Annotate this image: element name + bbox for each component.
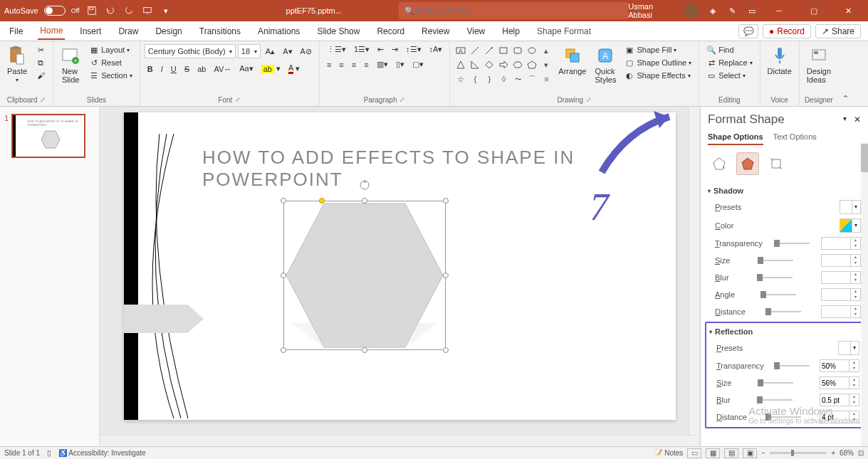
redo-button[interactable] — [122, 4, 135, 17]
shape-triangle-icon[interactable] — [454, 58, 467, 71]
shadow-size-input[interactable] — [822, 257, 850, 265]
tab-record[interactable]: Record — [375, 23, 407, 39]
replace-button[interactable]: ⇄Replace▾ — [704, 57, 755, 68]
minimize-button[interactable]: ─ — [765, 0, 793, 21]
reflection-section-header[interactable]: ▾Reflection — [709, 325, 859, 339]
pane-icon-effects[interactable] — [736, 152, 759, 175]
shadow-angle-input[interactable] — [822, 291, 850, 299]
pane-tab-shape-options[interactable]: Shape Options — [708, 132, 763, 145]
shadow-text-button[interactable]: ab — [194, 64, 209, 74]
shape-hexagon-icon[interactable] — [511, 58, 524, 71]
shapes-gallery[interactable]: A ▴ ▾ ☆ { } ◊ ⤳ ⌒ ≡ — [454, 44, 553, 85]
save-icon[interactable] — [85, 4, 98, 17]
handle-e[interactable] — [443, 273, 449, 278]
clear-formatting-button[interactable]: A⊘ — [298, 46, 315, 57]
bullets-button[interactable]: ⋮☰▾ — [324, 44, 349, 55]
reflection-blur-spin[interactable]: ▴▾ — [820, 394, 859, 406]
search-input[interactable] — [414, 6, 622, 16]
reflection-distance-slider[interactable] — [765, 416, 801, 418]
shape-brace-left-icon[interactable]: { — [469, 73, 481, 85]
shape-fill-button[interactable]: ▣Shape Fill▾ — [622, 44, 694, 56]
reflection-presets-combo[interactable]: ▾ — [838, 341, 859, 355]
tab-draw[interactable]: Draw — [116, 23, 140, 39]
dictate-button[interactable]: Dictate — [765, 44, 795, 77]
slide-editor[interactable]: HOW TO ADD EFFECTS TO SHAPE IN POWERPOIN… — [100, 107, 700, 446]
paragraph-launcher[interactable]: ⤢ — [399, 96, 405, 103]
shape-oval-icon[interactable] — [525, 44, 538, 57]
increase-indent-button[interactable]: ⇥ — [389, 44, 401, 55]
fit-to-window-button[interactable]: ⊡ — [858, 449, 864, 457]
present-from-start-icon[interactable] — [141, 4, 154, 17]
shadow-blur-slider[interactable] — [757, 277, 793, 278]
slide-canvas[interactable]: HOW TO ADD EFFECTS TO SHAPE IN POWERPOIN… — [124, 112, 676, 420]
underline-button[interactable]: U — [168, 64, 179, 74]
reflection-blur-input[interactable] — [820, 396, 849, 404]
align-left-button[interactable]: ≡ — [324, 60, 334, 70]
font-size-combo[interactable]: 18▾ — [238, 44, 261, 58]
autosave-toggle[interactable] — [44, 6, 66, 16]
pane-menu-icon[interactable]: ▾ — [843, 115, 847, 125]
font-color-button[interactable]: A▾ — [286, 63, 303, 75]
zoom-level[interactable]: 68% — [840, 449, 854, 457]
collapse-ribbon-icon[interactable]: ⌃ — [842, 94, 849, 103]
close-button[interactable]: ✕ — [835, 0, 862, 21]
increase-font-button[interactable]: A▴ — [263, 46, 278, 57]
share-button[interactable]: ↗Share — [815, 24, 861, 38]
italic-button[interactable]: I — [158, 64, 166, 74]
text-direction-button[interactable]: ↕A▾ — [427, 44, 446, 55]
tab-design[interactable]: Design — [153, 23, 184, 39]
shape-star-icon[interactable]: ☆ — [454, 73, 467, 85]
strikethrough-button[interactable]: S — [182, 64, 192, 74]
accessibility-status[interactable]: ♿ Accessibility: Investigate — [58, 449, 146, 457]
shape-arrow-line-icon[interactable] — [483, 44, 496, 57]
reflection-transparency-spin[interactable]: ▴▾ — [820, 359, 859, 372]
search-box[interactable]: 🔍 — [399, 2, 628, 19]
tab-insert[interactable]: Insert — [78, 23, 103, 39]
shadow-blur-spin[interactable]: ▴▾ — [821, 271, 861, 284]
comments-button[interactable]: 💬 — [738, 24, 758, 38]
font-launcher[interactable]: ⤢ — [235, 96, 241, 103]
tab-shape-format[interactable]: Shape Format — [535, 23, 593, 39]
shape-pentagon-icon[interactable] — [525, 58, 538, 71]
paste-button[interactable]: Paste ▾ — [4, 44, 30, 85]
selected-hexagon-shape[interactable] — [283, 201, 446, 350]
rotate-handle[interactable] — [359, 179, 370, 191]
handle-se[interactable] — [443, 347, 449, 353]
zoom-out-button[interactable]: − — [761, 449, 765, 457]
shadow-distance-spin[interactable]: ▴▾ — [821, 305, 861, 318]
numbering-button[interactable]: 1☰▾ — [351, 44, 372, 55]
shadow-section-header[interactable]: ▾Shadow — [708, 184, 861, 198]
pane-tab-text-options[interactable]: Text Options — [773, 132, 817, 145]
shadow-distance-slider[interactable] — [765, 311, 801, 312]
align-center-button[interactable]: ≡ — [336, 60, 346, 70]
shape-arrow-right-icon[interactable] — [497, 58, 510, 71]
select-button[interactable]: ▭Select▾ — [704, 70, 755, 81]
view-sorter-button[interactable]: ▦ — [706, 448, 720, 458]
pane-icon-fill[interactable] — [708, 152, 731, 175]
zoom-in-button[interactable]: + — [831, 449, 835, 457]
cut-button[interactable]: ✂ — [33, 44, 48, 56]
justify-button[interactable]: ≡ — [361, 60, 371, 70]
reset-button[interactable]: ↺Reset — [86, 57, 135, 68]
shape-callout-icon[interactable]: ◊ — [497, 73, 510, 85]
tab-review[interactable]: Review — [419, 23, 451, 39]
handle-s[interactable] — [362, 347, 367, 353]
handle-n[interactable] — [362, 198, 367, 204]
view-normal-button[interactable]: ▭ — [687, 448, 701, 458]
shape-diamond-icon[interactable] — [483, 58, 496, 71]
shape-rectangle-icon[interactable] — [497, 44, 510, 57]
tab-file[interactable]: File — [7, 23, 25, 39]
record-button[interactable]: ●Record — [763, 24, 811, 38]
drawing-launcher[interactable]: ⤢ — [586, 96, 592, 103]
shape-right-triangle-icon[interactable] — [469, 58, 481, 71]
format-painter-button[interactable]: 🖌 — [33, 70, 48, 81]
handle-w[interactable] — [281, 273, 286, 278]
shape-rounded-rect-icon[interactable] — [511, 44, 524, 57]
undo-button[interactable] — [104, 4, 117, 17]
line-spacing-button[interactable]: ↕☰▾ — [403, 44, 424, 55]
bold-button[interactable]: B — [145, 64, 156, 74]
reflection-transparency-slider[interactable] — [774, 365, 810, 366]
notes-button[interactable]: 📝 Notes — [654, 449, 683, 457]
design-ideas-button[interactable]: Design Ideas — [804, 44, 834, 85]
new-slide-button[interactable]: + New Slide — [58, 44, 83, 85]
